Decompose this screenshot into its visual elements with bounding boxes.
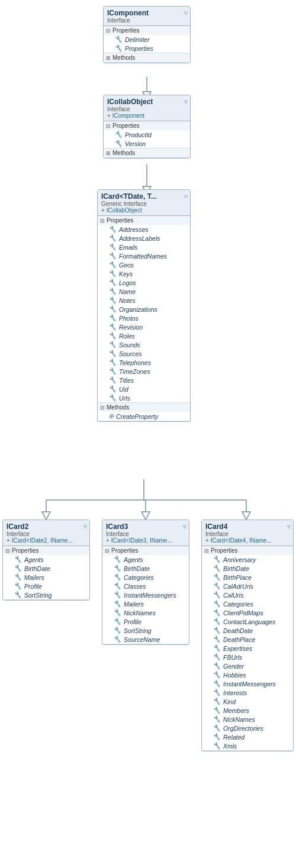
icard3-type: Interface bbox=[106, 531, 185, 537]
wrench-icon: 🔧 bbox=[108, 314, 117, 322]
prop-properties-label: Properties bbox=[125, 45, 153, 52]
icard4-properties-header[interactable]: ⊟ Properties bbox=[202, 546, 293, 555]
wrench-icon: 🔧 bbox=[114, 36, 123, 43]
properties-label: Properties bbox=[112, 27, 140, 34]
prop-sourcename: 🔧SourceName bbox=[102, 635, 189, 644]
icard3-properties-section: ⊟ Properties 🔧Agents 🔧BirthDate 🔧Categor… bbox=[102, 546, 189, 644]
wrench-icon: 🔧 bbox=[108, 385, 117, 393]
prop-sortstring: 🔧SortString bbox=[3, 591, 89, 599]
prop-instantmessengers: 🔧InstantMessengers bbox=[202, 679, 293, 688]
properties-label: Properties bbox=[111, 547, 139, 554]
icomponent-header: ▿ IComponent Interface bbox=[104, 7, 190, 26]
prop-telephones: 🔧Telephones bbox=[98, 358, 190, 367]
icard-tdate-properties-section: ⊟ Properties 🔧Addresses 🔧AddressLabels 🔧… bbox=[98, 216, 190, 403]
prop-deathdate: 🔧DeathDate bbox=[202, 626, 293, 635]
prop-revision: 🔧Revision bbox=[98, 322, 190, 331]
methods-label: Methods bbox=[112, 54, 135, 61]
icard2-box: ▿ ICard2 Interface + ICard<IDate2, IName… bbox=[2, 519, 90, 601]
pin-icon: ▿ bbox=[183, 522, 186, 531]
prop-instantmessengers: 🔧InstantMessengers bbox=[102, 591, 189, 599]
pin-icon: ▿ bbox=[184, 98, 188, 106]
icollabobject-box: ▿ ICollabObject Interface + IComponent ⊟… bbox=[103, 95, 191, 159]
prop-nicknames: 🔧NickNames bbox=[202, 715, 293, 724]
wrench-icon: 🔧 bbox=[113, 573, 121, 581]
icard-tdate-type: Generic Interface bbox=[101, 201, 186, 207]
methods-label: Methods bbox=[107, 404, 129, 411]
prop-agents: 🔧Agents bbox=[3, 555, 89, 564]
wrench-icon: 🔧 bbox=[213, 662, 221, 670]
wrench-icon: 🔧 bbox=[108, 261, 117, 269]
icollabobject-properties-header[interactable]: ⊟ Properties bbox=[104, 121, 190, 130]
svg-marker-7 bbox=[42, 512, 50, 519]
wrench-icon: 🔧 bbox=[213, 564, 221, 572]
icard3-header: ▿ ICard3 Interface + ICard<IDate3, IName… bbox=[102, 520, 189, 546]
collapse-icon: ⊟ bbox=[106, 28, 111, 34]
prop-profile: 🔧Profile bbox=[3, 582, 89, 591]
prop-mailers: 🔧Mailers bbox=[102, 599, 189, 608]
method-icon: ⊕ bbox=[108, 412, 114, 420]
prop-gender: 🔧Gender bbox=[202, 662, 293, 670]
wrench-icon: 🔧 bbox=[213, 653, 221, 661]
wrench-icon: 🔧 bbox=[213, 600, 221, 608]
wrench-icon: 🔧 bbox=[213, 591, 221, 599]
prop-related: 🔧Related bbox=[202, 733, 293, 741]
properties-label: Properties bbox=[211, 547, 238, 554]
wrench-icon: 🔧 bbox=[213, 582, 221, 590]
wrench-icon: 🔧 bbox=[213, 627, 221, 634]
prop-sounds: 🔧Sounds bbox=[98, 340, 190, 349]
prop-emails: 🔧Emails bbox=[98, 243, 190, 251]
icomponent-type: Interface bbox=[107, 17, 186, 24]
properties-label: Properties bbox=[112, 122, 140, 129]
icomponent-properties-section: ⊟ Properties 🔧 Delimiter 🔧 Properties bbox=[104, 26, 190, 53]
icard-tdate-properties-header[interactable]: ⊟ Properties bbox=[98, 216, 190, 225]
prop-organizations: 🔧Organizations bbox=[98, 305, 190, 314]
pin-icon: ▿ bbox=[83, 522, 87, 531]
wrench-icon: 🔧 bbox=[213, 698, 221, 705]
icollabobject-header: ▿ ICollabObject Interface + IComponent bbox=[104, 95, 190, 121]
icard3-box: ▿ ICard3 Interface + ICard<IDate3, IName… bbox=[102, 519, 189, 645]
wrench-icon: 🔧 bbox=[114, 131, 123, 138]
icard2-properties-section: ⊟ Properties 🔧Agents 🔧BirthDate 🔧Mailers… bbox=[3, 546, 89, 600]
wrench-icon: 🔧 bbox=[213, 724, 221, 732]
icard3-name: ICard3 bbox=[106, 522, 185, 531]
wrench-icon: 🔧 bbox=[213, 671, 221, 679]
prop-timezones: 🔧TimeZones bbox=[98, 367, 190, 376]
prop-roles: 🔧Roles bbox=[98, 331, 190, 340]
prop-hobbies: 🔧Hobbies bbox=[202, 670, 293, 679]
wrench-icon: 🔧 bbox=[108, 350, 117, 357]
wrench-icon: 🔧 bbox=[108, 234, 117, 242]
icard3-parent: + ICard<IDate3, IName... bbox=[106, 537, 185, 544]
wrench-icon: 🔧 bbox=[108, 367, 117, 375]
icomponent-properties-header[interactable]: ⊟ Properties bbox=[104, 26, 190, 35]
pin-icon: ▿ bbox=[184, 192, 188, 201]
prop-contactlanguages: 🔧ContactLanguages bbox=[202, 617, 293, 626]
prop-version: 🔧 Version bbox=[104, 139, 190, 148]
icard2-properties-header[interactable]: ⊟ Properties bbox=[3, 546, 89, 555]
svg-marker-11 bbox=[242, 512, 250, 519]
wrench-icon: 🔧 bbox=[213, 706, 221, 714]
collapse-icon: ⊟ bbox=[204, 548, 209, 554]
icard4-box: ▿ ICard4 Interface + ICard<IDate4, IName… bbox=[201, 519, 294, 751]
pin-icon: ▿ bbox=[287, 522, 291, 531]
prop-birthdate: 🔧BirthDate bbox=[3, 564, 89, 573]
icard3-properties-header[interactable]: ⊟ Properties bbox=[102, 546, 189, 555]
methods-label: Methods bbox=[112, 150, 135, 156]
prop-productid-label: ProductId bbox=[125, 131, 152, 138]
wrench-icon: 🔧 bbox=[108, 270, 117, 277]
icollabobject-methods-header[interactable]: ⊞ Methods bbox=[104, 149, 190, 157]
prop-birthdate: 🔧BirthDate bbox=[102, 564, 189, 573]
wrench-icon: 🔧 bbox=[14, 591, 22, 599]
prop-formattednames: 🔧FormattedNames bbox=[98, 251, 190, 260]
prop-productid: 🔧 ProductId bbox=[104, 130, 190, 139]
icard-tdate-methods-header[interactable]: ⊟ Methods bbox=[98, 403, 190, 412]
icard-tdate-header: ▿ ICard<TDate, T... Generic Interface + … bbox=[98, 190, 190, 216]
prop-addresses: 🔧Addresses bbox=[98, 225, 190, 234]
icollabobject-name: ICollabObject bbox=[107, 98, 186, 106]
wrench-icon: 🔧 bbox=[108, 252, 117, 260]
icomponent-name: IComponent bbox=[107, 9, 186, 17]
prop-caluris: 🔧CalUris bbox=[202, 591, 293, 599]
prop-titles: 🔧Titles bbox=[98, 376, 190, 385]
wrench-icon: 🔧 bbox=[108, 323, 117, 331]
icard2-header: ▿ ICard2 Interface + ICard<IDate2, IName… bbox=[3, 520, 89, 546]
icomponent-methods-header[interactable]: ⊞ Methods bbox=[104, 53, 190, 62]
